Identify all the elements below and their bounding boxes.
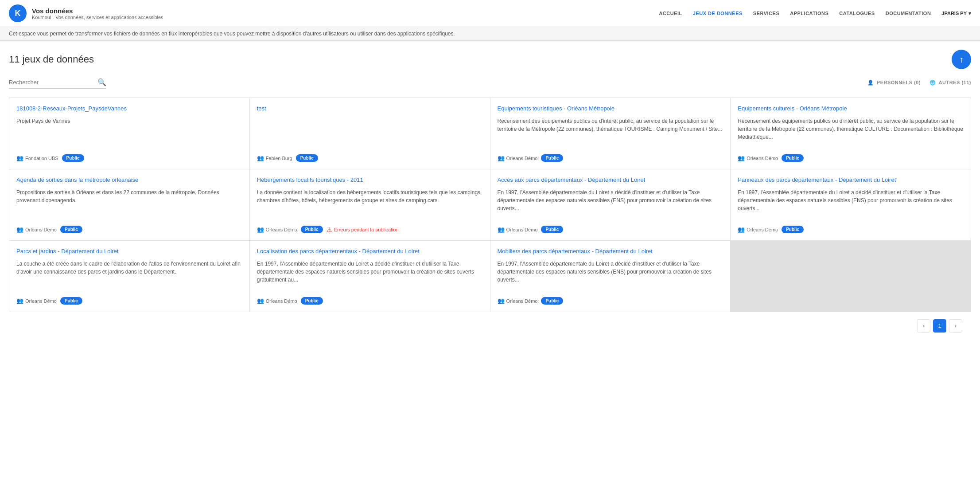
badge-public-10: Public xyxy=(301,297,323,305)
card-title-9[interactable]: Parcs et jardins - Département du Loiret xyxy=(16,248,242,255)
card-7: Accès aux parcs départementaux - Départe… xyxy=(490,169,731,240)
card-desc-4: Recensement des équipements publics ou d… xyxy=(738,117,964,149)
badge-public-9: Public xyxy=(60,297,82,305)
error-text: Erreurs pendant la publication xyxy=(334,227,399,232)
card-8: Panneaux des parcs départementaux - Dépa… xyxy=(731,169,971,240)
nav-documentation[interactable]: DOCUMENTATION xyxy=(886,11,931,16)
card-6: Hébergements locatifs touristiques - 201… xyxy=(250,169,490,240)
card-desc-9: La couche a été créée dans le cadre de l… xyxy=(16,260,242,292)
personnels-label: PERSONNELS (0) xyxy=(877,80,921,85)
card-title-4[interactable]: Equipements culturels - Orléans Métropol… xyxy=(738,105,964,113)
card-title-6[interactable]: Hébergements locatifs touristiques - 201… xyxy=(257,176,483,184)
org-icon: 👥 xyxy=(257,226,264,233)
error-icon: ⚠ xyxy=(327,226,332,233)
card-title-2[interactable]: test xyxy=(257,105,483,113)
card-title-8[interactable]: Panneaux des parcs départementaux - Dépa… xyxy=(738,176,964,184)
card-title-1[interactable]: 181008-2-Reseaux-Projets_PaysdeVannes xyxy=(16,105,242,113)
card-4: Equipements culturels - Orléans Métropol… xyxy=(731,98,971,169)
header-left: K Vos données Koumoul - Vos données, ser… xyxy=(9,4,163,22)
title-row: 11 jeux de données ↑ xyxy=(9,50,971,69)
card-org-1: 👥Fondation UBS xyxy=(16,155,58,161)
filter-personnels[interactable]: 👤 PERSONNELS (0) xyxy=(867,80,921,86)
card-desc-6: La donnée contient la localisation des h… xyxy=(257,188,483,220)
card-desc-8: En 1997, l'Assemblée départementale du L… xyxy=(738,188,964,220)
nav-jeux-de-donnees[interactable]: JEUX DE DONNÉES xyxy=(693,11,743,16)
card-desc-7: En 1997, l'Assemblée départementale du L… xyxy=(498,188,723,220)
badge-public-3: Public xyxy=(541,154,563,162)
badge-public-7: Public xyxy=(541,226,563,233)
card-3: Equipements touristiques - Orléans Métro… xyxy=(490,98,731,169)
header: K Vos données Koumoul - Vos données, ser… xyxy=(0,0,980,27)
nav-user[interactable]: JPARIS PY ▾ xyxy=(941,11,971,16)
card-title-11[interactable]: Mobiliers des parcs départementaux - Dép… xyxy=(498,248,723,255)
card-title-10[interactable]: Localisation des parcs départementaux - … xyxy=(257,248,483,255)
card-footer-8: 👥Orleans DémoPublic xyxy=(738,226,964,233)
card-footer-6: 👥Orleans DémoPublic⚠Erreurs pendant la p… xyxy=(257,226,483,233)
card-desc-5: Propositions de sorties à Orléans et dan… xyxy=(16,188,242,220)
nav-catalogues[interactable]: CATALOGUES xyxy=(839,11,875,16)
card-title-3[interactable]: Equipements touristiques - Orléans Métro… xyxy=(498,105,723,113)
badge-public-8: Public xyxy=(782,226,804,233)
user-menu-icon: ▾ xyxy=(968,11,971,16)
next-page-button[interactable]: › xyxy=(949,319,962,333)
nav-applications[interactable]: APPLICATIONS xyxy=(790,11,828,16)
card-desc-3: Recensement des équipements publics ou d… xyxy=(498,117,723,149)
badge-public-4: Public xyxy=(782,154,804,162)
badge-public-1: Public xyxy=(62,154,84,162)
org-name: Orleans Démo xyxy=(506,156,538,161)
org-name: Orleans Démo xyxy=(747,156,778,161)
org-name: Fabien Burg xyxy=(266,156,292,161)
card-desc-10: En 1997, l'Assemblée départementale du L… xyxy=(257,260,483,292)
org-name: Fondation UBS xyxy=(25,156,58,161)
org-name: Orleans Démo xyxy=(266,227,297,232)
card-org-4: 👥Orleans Démo xyxy=(738,155,778,161)
page-1-button[interactable]: 1 xyxy=(933,319,946,333)
org-icon: 👥 xyxy=(16,155,23,161)
badge-error-6: ⚠Erreurs pendant la publication xyxy=(327,226,399,233)
org-name: Orleans Démo xyxy=(747,227,778,232)
badge-public-2: Public xyxy=(296,154,318,162)
search-input[interactable] xyxy=(9,79,97,86)
card-org-6: 👥Orleans Démo xyxy=(257,226,297,233)
logo-letter: K xyxy=(15,9,21,18)
card-org-3: 👥Orleans Démo xyxy=(498,155,538,161)
pagination: ‹ 1 › xyxy=(9,312,971,340)
card-11: Mobiliers des parcs départementaux - Dép… xyxy=(490,241,731,312)
org-icon: 👥 xyxy=(257,155,264,161)
card-org-2: 👥Fabien Burg xyxy=(257,155,292,161)
badge-public-6: Public xyxy=(301,226,323,233)
org-name: Orleans Démo xyxy=(506,298,538,304)
page-title: 11 jeux de données xyxy=(9,54,94,65)
prev-page-button[interactable]: ‹ xyxy=(917,319,930,333)
card-footer-10: 👥Orleans DémoPublic xyxy=(257,297,483,305)
card-org-8: 👥Orleans Démo xyxy=(738,226,778,233)
card-10: Localisation des parcs départementaux - … xyxy=(250,241,490,312)
card-spacer-2 xyxy=(257,117,483,149)
cards-grid: 181008-2-Reseaux-Projets_PaysdeVannesPro… xyxy=(9,98,971,312)
header-title: Vos données xyxy=(32,7,163,15)
card-desc-1: Projet Pays de Vannes xyxy=(16,117,242,149)
filter-row: 🔍 👤 PERSONNELS (0) 🌐 AUTRES (11) xyxy=(9,76,971,89)
main-content: 11 jeux de données ↑ 🔍 👤 PERSONNELS (0) … xyxy=(0,41,980,348)
search-icon: 🔍 xyxy=(97,78,106,86)
autres-icon: 🌐 xyxy=(929,80,936,86)
org-icon: 👥 xyxy=(16,226,23,233)
card-org-5: 👥Orleans Démo xyxy=(16,226,57,233)
nav-services[interactable]: SERVICES xyxy=(753,11,779,16)
org-icon: 👥 xyxy=(738,155,745,161)
card-footer-9: 👥Orleans DémoPublic xyxy=(16,297,242,305)
badge-public-5: Public xyxy=(60,226,82,233)
org-icon: 👥 xyxy=(738,226,745,233)
card-footer-11: 👥Orleans DémoPublic xyxy=(498,297,723,305)
personnels-icon: 👤 xyxy=(867,80,874,86)
card-footer-3: 👥Orleans DémoPublic xyxy=(498,154,723,162)
logo[interactable]: K xyxy=(9,4,27,22)
header-nav: ACCUEIL JEUX DE DONNÉES SERVICES APPLICA… xyxy=(659,11,971,16)
filter-autres[interactable]: 🌐 AUTRES (11) xyxy=(929,80,971,86)
card-org-11: 👥Orleans Démo xyxy=(498,297,538,304)
card-title-5[interactable]: Agenda de sorties dans la métropole orlé… xyxy=(16,176,242,184)
card-title-7[interactable]: Accès aux parcs départementaux - Départe… xyxy=(498,176,723,184)
banner: Cet espace vous permet de transformer vo… xyxy=(0,27,980,41)
upload-button[interactable]: ↑ xyxy=(952,50,971,69)
nav-accueil[interactable]: ACCUEIL xyxy=(659,11,682,16)
